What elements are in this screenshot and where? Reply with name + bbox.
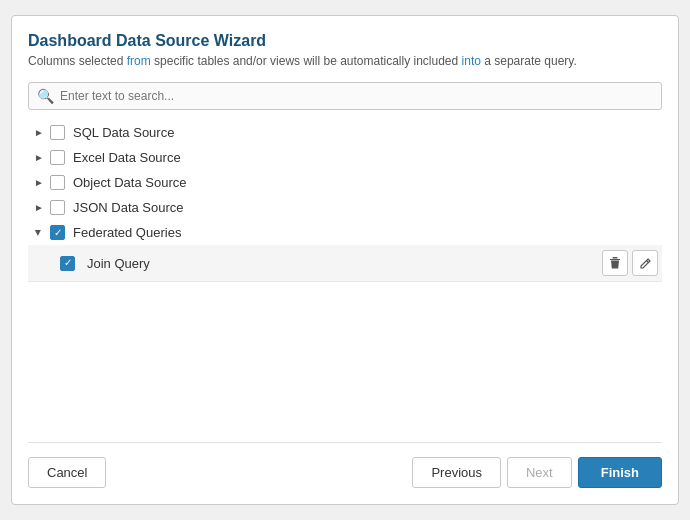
- subtitle-middle: specific tables and/or views will be aut…: [151, 54, 462, 68]
- child-item-actions: [602, 250, 658, 276]
- label-json: JSON Data Source: [73, 200, 184, 215]
- edit-join-query-button[interactable]: [632, 250, 658, 276]
- next-button[interactable]: Next: [507, 457, 572, 488]
- expand-arrow-federated: ►: [32, 226, 46, 240]
- label-excel: Excel Data Source: [73, 150, 181, 165]
- label-object: Object Data Source: [73, 175, 186, 190]
- checkbox-excel[interactable]: [50, 150, 65, 165]
- previous-button[interactable]: Previous: [412, 457, 501, 488]
- delete-join-query-button[interactable]: [602, 250, 628, 276]
- subtitle-after: a separate query.: [481, 54, 577, 68]
- join-query-label: Join Query: [87, 256, 602, 271]
- tree-item-object[interactable]: ► Object Data Source: [28, 170, 662, 195]
- wizard-title: Dashboard Data Source Wizard: [28, 32, 662, 50]
- checkbox-join-query[interactable]: [60, 256, 75, 271]
- label-federated: Federated Queries: [73, 225, 181, 240]
- wizard-footer: Cancel Previous Next Finish: [28, 442, 662, 488]
- cancel-button[interactable]: Cancel: [28, 457, 106, 488]
- checkbox-json[interactable]: [50, 200, 65, 215]
- search-input[interactable]: [60, 89, 653, 103]
- checkbox-object[interactable]: [50, 175, 65, 190]
- checkbox-sql[interactable]: [50, 125, 65, 140]
- wizard-container: Dashboard Data Source Wizard Columns sel…: [11, 15, 679, 505]
- label-sql: SQL Data Source: [73, 125, 174, 140]
- finish-button[interactable]: Finish: [578, 457, 662, 488]
- svg-line-2: [646, 260, 648, 262]
- tree-item-sql[interactable]: ► SQL Data Source: [28, 120, 662, 145]
- svg-rect-0: [610, 259, 620, 260]
- tree-item-excel[interactable]: ► Excel Data Source: [28, 145, 662, 170]
- search-icon: 🔍: [37, 88, 54, 104]
- expand-arrow-sql: ►: [32, 126, 46, 140]
- subtitle-into: into: [462, 54, 481, 68]
- tree-list: ► SQL Data Source ► Excel Data Source ► …: [28, 120, 662, 432]
- child-item-join-query: Join Query: [28, 245, 662, 282]
- svg-rect-1: [613, 257, 618, 259]
- expand-arrow-excel: ►: [32, 151, 46, 165]
- subtitle-from: from: [127, 54, 151, 68]
- expand-arrow-object: ►: [32, 176, 46, 190]
- search-box: 🔍: [28, 82, 662, 110]
- tree-item-federated[interactable]: ► Federated Queries: [28, 220, 662, 245]
- checkbox-federated[interactable]: [50, 225, 65, 240]
- subtitle-text-before: Columns selected: [28, 54, 127, 68]
- expand-arrow-json: ►: [32, 201, 46, 215]
- tree-item-json[interactable]: ► JSON Data Source: [28, 195, 662, 220]
- wizard-subtitle: Columns selected from specific tables an…: [28, 54, 662, 68]
